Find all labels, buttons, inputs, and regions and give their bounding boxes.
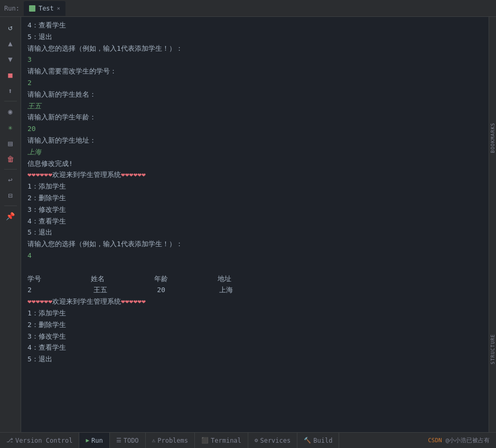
- terminal-line: 4：查看学生: [27, 20, 482, 31]
- tab-bar: Run: Test ✕: [0, 0, 496, 17]
- structure-label: STRUCTURE: [490, 334, 495, 365]
- run-label: Run: [91, 437, 103, 444]
- print-button[interactable]: ▤: [3, 136, 18, 151]
- run-tab[interactable]: ▶ Run: [79, 433, 109, 449]
- terminal-line: 2：删除学生: [27, 320, 482, 331]
- rerun-button[interactable]: ↺: [3, 20, 18, 35]
- services-label: Services: [260, 437, 291, 444]
- terminal-line: 1：添加学生: [27, 308, 482, 319]
- test-tab[interactable]: Test ✕: [24, 1, 65, 16]
- terminal-line: 2：删除学生: [27, 193, 482, 204]
- build-tab[interactable]: 🔨 Build: [297, 433, 339, 449]
- restore-button[interactable]: ↩: [3, 172, 18, 187]
- todo-tab[interactable]: ☰ TODO: [110, 433, 146, 449]
- run-icon: ▶: [86, 437, 89, 444]
- terminal-line: 3：修改学生: [27, 331, 482, 342]
- version-control-tab[interactable]: ⎇ Version Control: [0, 433, 79, 449]
- terminal-line: 请输入新的学生地址：: [27, 135, 482, 146]
- problems-icon: ⚠: [152, 437, 156, 444]
- terminal-line: [27, 262, 482, 273]
- terminal-hearts-line: ❤❤❤❤❤❤欢迎来到学生管理系统❤❤❤❤❤❤: [27, 170, 482, 181]
- status-right: CSDN @小小浩已被占有: [422, 436, 496, 444]
- clear-button[interactable]: 🗑: [3, 152, 18, 166]
- status-bar: ⎇ Version Control ▶ Run ☰ TODO ⚠ Problem…: [0, 432, 496, 448]
- terminal-line: 4：查看学生: [27, 216, 482, 227]
- brand-text: CSDN: [428, 437, 442, 444]
- terminal-line: 请输入需要需改学生的学号：: [27, 66, 482, 77]
- close-icon[interactable]: ✕: [57, 5, 60, 11]
- terminal-table-header: 学号 姓名 年龄 地址: [27, 274, 482, 285]
- terminal-line: 1：添加学生: [27, 181, 482, 192]
- terminal-line: 2: [27, 78, 482, 89]
- terminal-line: 5：退出: [27, 227, 482, 238]
- problems-tab[interactable]: ⚠ Problems: [146, 433, 195, 449]
- brand-subtext: @小小浩已被占有: [445, 437, 490, 444]
- build-label: Build: [313, 437, 332, 444]
- terminal-line: 4: [27, 250, 482, 262]
- terminal-label: Terminal: [211, 437, 241, 444]
- terminal-line: 上海: [27, 147, 482, 158]
- version-control-icon: ⎇: [6, 437, 13, 444]
- main-area: ↺ ▲ ▼ ■ ⬆ ◉ ✳ ▤ 🗑 ↩ ⊟ 📌 4：查看学生 5：退出 请输入您…: [0, 17, 496, 432]
- services-tab[interactable]: ⚙ Services: [248, 433, 297, 449]
- freeze-button[interactable]: ✳: [3, 120, 18, 135]
- toolbar-separator-2: [4, 169, 17, 170]
- build-icon: 🔨: [304, 437, 311, 444]
- terminal-line: 请输入新的学生年龄：: [27, 112, 482, 123]
- todo-label: TODO: [124, 437, 139, 444]
- terminal-line: 5：退出: [27, 32, 482, 43]
- tab-name: Test: [39, 5, 54, 12]
- terminal-line: 王五: [27, 101, 482, 112]
- run-label: Run:: [4, 5, 20, 12]
- terminal-tab[interactable]: ⬛ Terminal: [195, 433, 248, 449]
- terminal-line: 3: [27, 54, 482, 66]
- minimize-button[interactable]: ⊟: [3, 188, 18, 203]
- problems-label: Problems: [157, 437, 188, 444]
- terminal-output[interactable]: 4：查看学生 5：退出 请输入您的选择（例如，输入1代表添加学生！）： 3 请输…: [21, 17, 489, 432]
- terminal-line: 请输入您的选择（例如，输入1代表添加学生！）：: [27, 43, 482, 54]
- build-button[interactable]: ⬆: [3, 83, 18, 98]
- terminal-line: 4：查看学生: [27, 342, 482, 353]
- terminal-line: 信息修改完成!: [27, 158, 482, 170]
- snapshot-button[interactable]: ◉: [3, 104, 18, 119]
- terminal-line: 20: [27, 124, 482, 135]
- todo-icon: ☰: [116, 437, 121, 444]
- version-control-label: Version Control: [15, 437, 72, 444]
- right-panel: BOOKMARKS STRUCTURE: [489, 17, 496, 432]
- terminal-line: 请输入您的选择（例如，输入1代表添加学生！）：: [27, 239, 482, 250]
- services-icon: ⚙: [255, 437, 258, 444]
- left-toolbar: ↺ ▲ ▼ ■ ⬆ ◉ ✳ ▤ 🗑 ↩ ⊟ 📌: [0, 17, 21, 432]
- toolbar-separator: [4, 101, 17, 101]
- status-tabs: ⎇ Version Control ▶ Run ☰ TODO ⚠ Problem…: [0, 433, 422, 449]
- terminal-icon: ⬛: [201, 437, 209, 444]
- scroll-up-button[interactable]: ▲: [3, 36, 18, 51]
- pin-button[interactable]: 📌: [3, 209, 18, 223]
- stop-button[interactable]: ■: [3, 68, 18, 82]
- terminal-line: 请输入新的学生姓名：: [27, 89, 482, 100]
- terminal-line: 3：修改学生: [27, 204, 482, 216]
- bookmarks-label: BOOKMARKS: [490, 123, 495, 153]
- toolbar-separator-3: [4, 206, 17, 206]
- terminal-table-row: 2 王五 20 上海: [27, 285, 482, 296]
- terminal-hearts-line-2: ❤❤❤❤❤❤欢迎来到学生管理系统❤❤❤❤❤❤: [27, 296, 482, 307]
- terminal-line: 5：退出: [27, 354, 482, 365]
- tab-icon: [29, 5, 35, 12]
- scroll-down-button[interactable]: ▼: [3, 52, 18, 67]
